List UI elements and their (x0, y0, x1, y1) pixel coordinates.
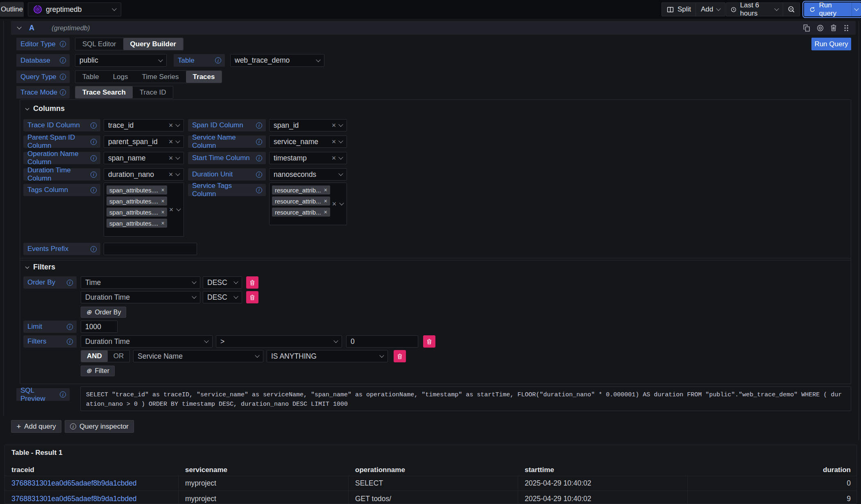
info-icon[interactable] (91, 172, 97, 178)
clear-icon[interactable] (168, 138, 173, 145)
info-icon[interactable] (67, 339, 73, 345)
info-icon[interactable] (60, 41, 66, 47)
split-button[interactable]: Split (662, 2, 696, 16)
clear-all-icon[interactable] (332, 200, 336, 208)
service-name-column-select[interactable]: service_name (269, 136, 347, 148)
clear-icon[interactable] (168, 171, 173, 178)
query-type-option-table[interactable]: Table (75, 71, 106, 83)
remove-order-by-button-1[interactable] (246, 276, 258, 289)
query-type-option-logs[interactable]: Logs (106, 71, 135, 83)
clear-icon[interactable] (168, 122, 173, 129)
remove-filter-button-1[interactable] (423, 335, 435, 348)
order-by-direction-select-2[interactable]: DESC (203, 291, 242, 303)
remove-chip-icon[interactable] (324, 198, 327, 204)
collapse-chevron-icon[interactable] (17, 25, 21, 29)
disable-query-icon[interactable] (816, 24, 824, 32)
delete-query-icon[interactable] (830, 24, 837, 32)
info-icon[interactable] (91, 246, 97, 252)
add-query-button[interactable]: Add query (11, 420, 61, 433)
info-icon[interactable] (215, 57, 221, 63)
database-select[interactable]: public (75, 54, 167, 67)
duration-unit-select[interactable]: nanoseconds (269, 168, 347, 181)
start-time-column-select[interactable]: timestamp (269, 152, 347, 164)
info-icon[interactable] (60, 391, 66, 398)
info-icon[interactable] (256, 172, 262, 178)
add-order-by-button[interactable]: Order By (81, 307, 126, 318)
tags-column-multiselect[interactable]: span_attributes.... span_attributes.... … (104, 183, 184, 237)
info-icon[interactable] (60, 74, 66, 80)
query-type-option-traces[interactable]: Traces (186, 71, 222, 83)
query-type-option-time-series[interactable]: Time Series (135, 71, 186, 83)
filter-logic-or[interactable]: OR (108, 350, 130, 362)
info-icon[interactable] (256, 187, 262, 193)
clear-icon[interactable] (168, 154, 173, 162)
panel-run-query-button[interactable]: Run Query (811, 38, 851, 50)
trace-mode-option-trace-search[interactable]: Trace Search (75, 86, 133, 98)
zoom-out-button[interactable] (783, 3, 800, 16)
service-tags-column-multiselect[interactable]: resource_attrib... resource_attrib... re… (269, 183, 347, 225)
trace-mode-option-trace-id[interactable]: Trace ID (133, 86, 173, 98)
filter-value-input-1[interactable] (346, 335, 418, 348)
events-prefix-input[interactable] (104, 243, 197, 255)
column-header-operationname[interactable]: operationname (349, 464, 518, 476)
datasource-picker[interactable]: greptimedb (28, 2, 121, 16)
info-icon[interactable] (91, 122, 97, 129)
operation-name-column-select[interactable]: span_name (104, 152, 184, 164)
clear-all-icon[interactable] (169, 206, 173, 213)
column-header-duration[interactable]: duration (688, 464, 856, 476)
parent-span-id-column-select[interactable]: parent_span_id (104, 136, 184, 148)
column-header-traceid[interactable]: traceid (5, 464, 179, 476)
editor-type-option-query-builder[interactable]: Query Builder (123, 38, 183, 50)
scrollbar-track[interactable] (859, 21, 859, 440)
run-query-button[interactable]: Run query (804, 2, 852, 16)
query-row-header[interactable]: A (greptimedb) (11, 21, 856, 35)
column-header-servicename[interactable]: servicename (179, 464, 349, 476)
columns-section-header[interactable]: Columns (26, 104, 65, 113)
info-icon[interactable] (256, 155, 262, 161)
column-header-starttime[interactable]: starttime (518, 464, 688, 476)
span-id-column-select[interactable]: span_id (269, 119, 347, 131)
order-by-direction-select-1[interactable]: DESC (203, 276, 242, 289)
filter-operator-select-2[interactable]: IS ANYTHING (267, 350, 388, 362)
filter-logic-and[interactable]: AND (81, 350, 108, 362)
remove-chip-icon[interactable] (324, 187, 327, 193)
order-by-field-select-2[interactable]: Duration Time (81, 291, 200, 303)
info-icon[interactable] (60, 89, 66, 95)
info-icon[interactable] (256, 139, 262, 145)
remove-chip-icon[interactable] (161, 187, 164, 193)
info-icon[interactable] (91, 139, 97, 145)
remove-chip-icon[interactable] (161, 220, 164, 226)
duplicate-query-icon[interactable] (803, 24, 811, 32)
filter-field-select-2[interactable]: Service Name (133, 350, 263, 362)
trace-id-link[interactable]: 3768831301ea0d65adaef8b9da1cbded (11, 495, 137, 503)
filter-operator-select-1[interactable]: > (216, 335, 342, 348)
order-by-field-select-1[interactable]: Time (81, 276, 200, 289)
add-button[interactable]: Add (696, 2, 725, 16)
info-icon[interactable] (91, 187, 97, 193)
clear-icon[interactable] (331, 122, 336, 129)
add-filter-button[interactable]: Filter (81, 366, 115, 376)
filter-field-select-1[interactable]: Duration Time (81, 335, 213, 348)
time-range-button[interactable]: Last 6 hours (726, 3, 783, 16)
info-icon[interactable] (60, 57, 66, 63)
trace-id-column-select[interactable]: trace_id (104, 119, 184, 131)
remove-chip-icon[interactable] (161, 198, 164, 204)
remove-filter-button-2[interactable] (394, 350, 406, 362)
duration-time-column-select[interactable]: duration_nano (104, 168, 184, 181)
info-icon[interactable] (67, 280, 73, 286)
remove-order-by-button-2[interactable] (246, 291, 258, 303)
editor-type-option-sql-editor[interactable]: SQL Editor (75, 38, 123, 50)
remove-chip-icon[interactable] (324, 209, 327, 215)
info-icon[interactable] (256, 122, 262, 129)
run-query-dropdown[interactable] (852, 2, 861, 16)
drag-handle-icon[interactable] (843, 24, 849, 32)
remove-chip-icon[interactable] (161, 209, 164, 215)
query-inspector-button[interactable]: Query inspector (65, 420, 134, 433)
outline-toggle[interactable]: Outline (0, 2, 24, 17)
clear-icon[interactable] (331, 138, 336, 145)
info-icon[interactable] (91, 155, 97, 161)
limit-input[interactable] (81, 321, 118, 333)
trace-id-link[interactable]: 3768831301ea0d65adaef8b9da1cbded (11, 479, 137, 488)
clear-icon[interactable] (331, 154, 336, 162)
info-icon[interactable] (67, 324, 73, 330)
